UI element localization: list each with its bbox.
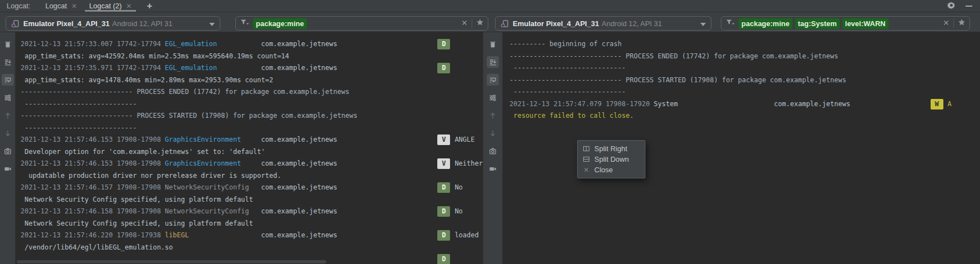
log-text: com.example.jetnews — [261, 183, 437, 191]
device-details: Android 12, API 31 — [602, 19, 661, 28]
split-right-icon — [583, 145, 590, 152]
filter-chip: package:mine — [253, 18, 307, 29]
log-text: resource failed to call close. — [509, 112, 634, 119]
device-icon — [11, 19, 19, 28]
log-line[interactable]: /vendor/lib64/egl/libEGL_emulation.so — [21, 242, 483, 254]
log-text: 2021-12-13 21:57:46.158 17908-17908 — [21, 207, 165, 215]
log-text: No — [454, 183, 462, 191]
log-line[interactable]: ---------------------------- PROCESS END… — [21, 86, 483, 98]
log-text: Neither — [454, 160, 483, 167]
soft-wrap-icon[interactable] — [487, 74, 499, 86]
arrow-up-icon[interactable] — [487, 109, 499, 121]
logcat-toolbar-right — [483, 32, 503, 264]
trash-icon[interactable] — [2, 38, 14, 50]
menu-item-label: Close — [594, 166, 613, 174]
scroll-to-end-icon[interactable] — [2, 56, 14, 68]
clear-filter-icon[interactable] — [943, 18, 949, 28]
log-line[interactable]: ---------------------------- — [21, 98, 483, 111]
video-icon[interactable] — [487, 163, 499, 175]
minimize-icon[interactable] — [966, 6, 972, 7]
log-text: ---------------------------- — [21, 124, 137, 132]
favorite-star-icon[interactable] — [958, 18, 966, 28]
log-text: A — [948, 100, 952, 108]
log-line[interactable]: ---------------------------- PROCESS STA… — [509, 74, 980, 87]
log-text: com.example.jetnews — [261, 64, 437, 72]
log-line[interactable]: resource failed to call close. — [509, 110, 980, 122]
log-line[interactable]: updatable production driver nor prerelea… — [21, 170, 483, 182]
new-tab-button[interactable]: + — [147, 1, 152, 12]
log-line[interactable]: app_time_stats: avg=1478.40ms min=2.89ms… — [21, 74, 483, 87]
log-text: No — [454, 207, 462, 215]
log-line[interactable]: ---------------------------- PROCESS STA… — [21, 110, 483, 122]
filter-query[interactable]: package:minetag:Systemlevel:WARN — [739, 18, 888, 29]
log-text: NetworkSecurityConfig — [165, 183, 261, 191]
log-line[interactable]: 2021-12-13 21:57:47.079 17908-17920 Syst… — [509, 98, 980, 111]
header-actions — [947, 0, 972, 12]
tab-logcat-1[interactable]: Logcat ✕ — [39, 0, 83, 12]
log-line[interactable]: 2021-12-13 21:57:46.153 17908-17908 Grap… — [21, 158, 483, 170]
menu-item-label: Split Down — [594, 155, 629, 163]
arrow-down-icon[interactable] — [487, 127, 499, 139]
log-line[interactable]: 2021-12-13 21:57:33.007 17742-17794 EGL_… — [21, 38, 483, 51]
arrow-down-icon[interactable] — [2, 127, 14, 139]
favorite-star-icon[interactable] — [476, 18, 484, 28]
camera-icon[interactable] — [2, 145, 14, 157]
filter-query[interactable]: package:mine — [253, 18, 307, 29]
log-line[interactable]: 2021-12-13 21:57:46.220 17908-17938 libE… — [21, 230, 483, 242]
log-text: com.example.jetnews — [774, 100, 931, 108]
log-line[interactable]: Network Security Config specified, using… — [21, 194, 483, 206]
clear-filter-icon[interactable] — [461, 18, 468, 28]
log-text: 2021-12-13 21:57:46.220 17908-17938 — [21, 231, 165, 239]
filter-input[interactable]: package:mine — [235, 16, 488, 31]
log-text: ---------------------------- PROCESS STA… — [509, 76, 846, 84]
camera-icon[interactable] — [487, 145, 499, 157]
scroll-to-end-icon[interactable] — [487, 56, 499, 68]
log-level-badge: D — [437, 63, 450, 73]
log-line[interactable]: ---------------------------- — [509, 86, 980, 98]
log-line[interactable]: ---------------------------- — [509, 62, 980, 74]
tab-logcat-2[interactable]: Logcat (2) ✕ — [83, 0, 138, 12]
log-line[interactable]: Network Security Config specified, using… — [21, 218, 483, 230]
log-text: Network Security Config specified, using… — [21, 220, 253, 227]
logcat-settings-icon[interactable] — [2, 92, 14, 103]
log-line[interactable]: 2021-12-13 21:57:46.153 17908-17908 Grap… — [21, 134, 483, 146]
log-line[interactable]: app_time_stats: avg=42592.04ms min=2.53m… — [21, 51, 483, 63]
log-line[interactable]: 2021-12-13 21:57:35.971 17742-17794 EGL_… — [21, 62, 483, 74]
device-name: Emulator Pixel_4_API_31 — [23, 19, 109, 28]
logcat-settings-icon[interactable] — [487, 92, 499, 103]
menu-item-label: Split Right — [594, 145, 627, 153]
log-level-badge: V — [437, 135, 450, 145]
device-selector[interactable]: Emulator Pixel_4_API_31 Android 12, API … — [6, 16, 220, 31]
log-text: 2021-12-13 21:57:46.153 17908-17908 — [21, 136, 165, 143]
log-text: ANGLE — [454, 136, 474, 143]
soft-wrap-icon[interactable] — [2, 74, 14, 86]
log-line[interactable]: --------- beginning of crash — [509, 38, 980, 51]
log-line[interactable]: Developer option for 'com.example.jetnew… — [21, 146, 483, 158]
tab-close-icon[interactable]: ✕ — [72, 3, 77, 9]
log-pane-right[interactable]: --------- beginning of crash------------… — [503, 32, 980, 264]
gear-icon[interactable] — [947, 1, 956, 12]
video-icon[interactable] — [2, 163, 14, 175]
filter-funnel-icon[interactable] — [725, 18, 735, 29]
tab-close-icon[interactable]: ✕ — [126, 3, 132, 9]
filter-input[interactable]: package:minetag:Systemlevel:WARN — [721, 16, 970, 31]
log-text: /vendor/lib64/egl/libEGL_emulation.so — [21, 243, 173, 251]
menu-item-split-right[interactable]: Split Right — [578, 143, 645, 154]
arrow-up-icon[interactable] — [2, 109, 14, 121]
log-line[interactable]: ---------------------------- — [21, 122, 483, 135]
trash-icon[interactable] — [487, 38, 499, 50]
menu-item-split-down[interactable]: Split Down — [578, 154, 645, 165]
horizontal-scrollbar[interactable] — [17, 260, 326, 263]
device-selector[interactable]: Emulator Pixel_4_API_31 Android 12, API … — [495, 16, 711, 31]
log-pane-left[interactable]: 2021-12-13 21:57:33.007 17742-17794 EGL_… — [16, 32, 483, 264]
log-text: com.example.jetnews — [261, 207, 437, 215]
log-line[interactable]: ---------------------------- PROCESS END… — [509, 51, 980, 63]
logcat-tool-window: Logcat: Logcat ✕ Logcat (2) ✕ + Emulator… — [0, 0, 980, 264]
log-line[interactable]: 2021-12-13 21:57:46.158 17908-17908 Netw… — [21, 206, 483, 218]
log-text: ---------------------------- PROCESS END… — [21, 88, 349, 96]
menu-item-close[interactable]: Close — [578, 165, 645, 175]
log-line[interactable]: 2021-12-13 21:57:46.157 17908-17908 Netw… — [21, 182, 483, 194]
log-level-badge: D — [437, 182, 450, 193]
filter-funnel-icon[interactable] — [240, 18, 249, 29]
log-level-badge: W — [931, 99, 943, 109]
